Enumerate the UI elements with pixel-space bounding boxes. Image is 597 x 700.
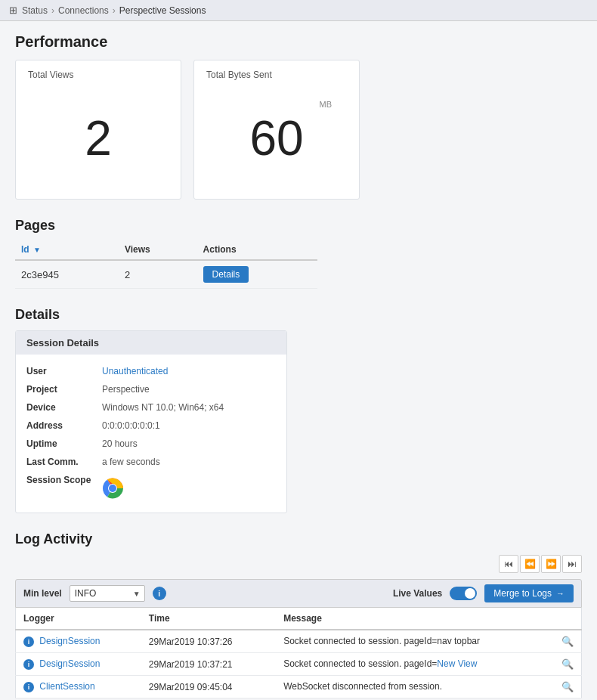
log-row: i ClientSession 29Mar2019 09:45:04 WebSo… [16,676,582,698]
pages-row-views: 2 [119,260,197,289]
log-table: Logger Time Message i DesignSession [15,608,582,698]
live-values-label: Live Values [393,588,442,599]
total-views-label: Total Views [28,70,169,80]
breadcrumb-sep-1: › [51,5,54,16]
detail-lastcomm-label: Last Comm. [26,457,102,467]
min-level-select[interactable]: INFO DEBUG WARN ERROR [70,585,145,602]
info-icon[interactable]: i [153,587,166,600]
detail-device-label: Device [26,402,102,413]
performance-cards: Total Views 2 Total Bytes Sent 60 MB [15,60,582,200]
pagination-first[interactable]: ⏮ [499,555,518,573]
log-row: i DesignSession 29Mar2019 10:37:26 Socke… [16,630,582,653]
log-search-icon[interactable]: 🔍 [561,681,574,692]
detail-scope-value [102,475,123,501]
pages-col-views: Views [119,240,197,260]
log-level-icon: i [23,637,34,647]
total-views-value: 2 [85,114,112,163]
detail-scope-row: Session Scope [26,471,276,505]
breadcrumb-status[interactable]: Status [22,5,48,16]
main-content: Performance Total Views 2 Total Bytes Se… [0,21,597,700]
session-details-card: Session Details User Unauthenticated Pro… [15,330,287,513]
log-logger-name[interactable]: DesignSession [39,636,100,646]
details-section: Details Session Details User Unauthentic… [15,307,582,513]
log-logger-name[interactable]: ClientSession [39,681,94,692]
pagination-next[interactable]: ⏩ [541,555,561,573]
log-row-logger: i ClientSession [16,676,141,698]
pagination-prev[interactable]: ⏪ [520,555,540,573]
detail-lastcomm-row: Last Comm. a few seconds [26,453,276,471]
log-search-icon[interactable]: 🔍 [561,658,574,670]
total-views-card: Total Views 2 [15,60,181,200]
total-bytes-unit: MB [320,100,333,109]
pages-row: 2c3e945 2 Details [15,260,317,289]
detail-uptime-value: 20 hours [102,438,138,449]
pages-title: Pages [15,218,582,234]
log-col-logger: Logger [16,608,141,630]
log-row: i DesignSession 29Mar2019 10:37:21 Socke… [16,653,582,676]
detail-user-value: Unauthenticated [102,366,168,376]
detail-uptime-label: Uptime [26,438,102,449]
pages-row-id: 2c3e945 [15,260,119,289]
detail-scope-label: Session Scope [26,475,102,485]
breadcrumb-connections[interactable]: Connections [58,5,109,16]
pages-col-id[interactable]: Id ▼ [15,240,119,260]
session-details-body: User Unauthenticated Project Perspective… [16,355,286,513]
log-pagination: ⏮ ⏪ ⏩ ⏭ [15,555,582,573]
log-search-icon[interactable]: 🔍 [561,636,574,647]
min-level-label: Min level [23,588,62,599]
pages-section: Pages Id ▼ Views Actions [15,218,582,289]
details-title: Details [15,307,582,323]
detail-project-value: Perspective [102,384,150,395]
log-col-time: Time [141,608,276,630]
total-views-value-area: 2 [28,86,169,190]
detail-user-label: User [26,366,102,376]
breadcrumb: ⊞ Status › Connections › Perspective Ses… [0,0,597,21]
detail-address-label: Address [26,420,102,431]
log-section: Log Activity ⏮ ⏪ ⏩ ⏭ Min level INFO DEBU… [15,531,582,698]
detail-uptime-row: Uptime 20 hours [26,435,276,453]
log-row-logger: i DesignSession [16,630,141,653]
log-row-message: Socket connected to session. pageId=nav … [276,630,581,653]
log-table-header: Logger Time Message [16,608,582,630]
pagination-last[interactable]: ⏭ [562,555,582,573]
detail-user-row: User Unauthenticated [26,362,276,380]
log-row-message: Socket connected to session. pageId=New … [276,653,581,676]
svg-point-2 [109,485,116,492]
log-row-time: 29Mar2019 10:37:21 [141,653,276,676]
log-logger-name[interactable]: DesignSession [39,658,100,669]
log-level-icon: i [23,682,34,692]
pages-table: Id ▼ Views Actions 2c3e945 2 Detai [15,240,317,289]
detail-device-value: Windows NT 10.0; Win64; x64 [102,402,224,413]
detail-project-label: Project [26,384,102,395]
details-button[interactable]: Details [203,266,249,283]
log-row-time: 29Mar2019 10:37:26 [141,630,276,653]
total-bytes-label: Total Bytes Sent [206,70,347,80]
session-details-header: Session Details [16,331,286,355]
pages-table-header: Id ▼ Views Actions [15,240,317,260]
merge-to-logs-button[interactable]: Merge to Logs → [484,584,574,602]
total-bytes-value-area: 60 MB [206,86,347,190]
merge-btn-arrow-icon: → [556,589,565,598]
log-row-message: WebSocket disconnected from session. 🔍 [276,676,581,698]
chrome-icon [102,478,123,499]
log-title: Log Activity [15,531,582,547]
log-col-message: Message [276,608,581,630]
detail-device-row: Device Windows NT 10.0; Win64; x64 [26,398,276,417]
log-level-icon: i [23,659,34,670]
detail-address-row: Address 0:0:0:0:0:0:0:1 [26,417,276,435]
breadcrumb-sep-2: › [113,5,116,16]
performance-title: Performance [15,33,582,51]
total-bytes-card: Total Bytes Sent 60 MB [193,60,360,200]
log-row-logger: i DesignSession [16,653,141,676]
breadcrumb-current: Perspective Sessions [119,5,206,16]
toggle-knob [465,588,475,599]
detail-address-value: 0:0:0:0:0:0:0:1 [102,420,160,431]
log-message-link[interactable]: New View [437,658,477,669]
log-row-time: 29Mar2019 09:45:04 [141,676,276,698]
pages-col-actions: Actions [197,240,317,260]
min-level-select-wrapper: INFO DEBUG WARN ERROR ▼ [70,585,145,602]
sort-arrow-icon: ▼ [33,246,41,254]
live-values-toggle[interactable] [450,587,477,600]
log-controls-bar: Min level INFO DEBUG WARN ERROR ▼ i Live… [15,579,582,608]
pages-row-action: Details [197,260,317,289]
